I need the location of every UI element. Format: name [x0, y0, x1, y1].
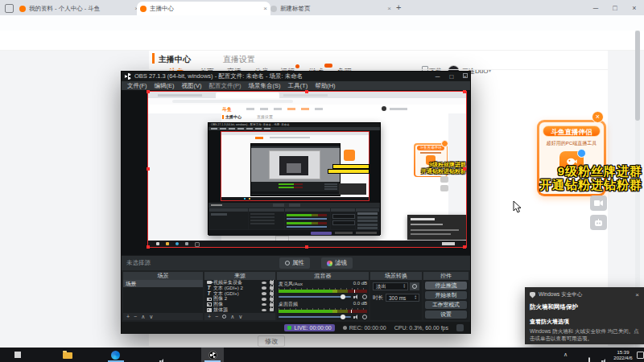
selection-handle[interactable] [147, 245, 150, 249]
filters-button[interactable]: 滤镜 [321, 257, 353, 269]
float-assistant-button[interactable] [590, 215, 607, 230]
transition-select[interactable]: 淡出 ▲▼ [373, 282, 408, 290]
page-tab-anchor-center[interactable]: 主播中心 [159, 54, 191, 65]
visibility-eye-icon[interactable] [262, 286, 266, 290]
visibility-eye-icon[interactable] [262, 282, 266, 285]
source-up-icon[interactable]: ∧ [230, 314, 234, 320]
obs-maximize-button[interactable]: □ [449, 73, 453, 80]
mixer-channel-name: 桌面音频 [279, 301, 298, 308]
start-button[interactable] [14, 352, 21, 358]
tab-close-icon[interactable]: × [387, 5, 391, 12]
speaker-icon[interactable] [353, 315, 360, 319]
speaker-icon[interactable] [353, 294, 360, 299]
rec-time: REC: 00:00:00 [349, 325, 386, 331]
lock-icon[interactable] [270, 308, 274, 311]
windows-security-toast[interactable]: Windows 安全中心 × 防火墙和网络保护 查看防火墙选项 Windows … [525, 287, 644, 344]
channel-settings-gear-icon[interactable] [362, 294, 367, 299]
obs-menu-edit[interactable]: 编辑(E) [155, 82, 175, 90]
mixer-dock-title[interactable]: 混音器 [277, 272, 369, 280]
start-recording-button[interactable]: 开始录制 [425, 291, 467, 299]
obs-menu-profile[interactable]: 配置文件(P) [209, 82, 242, 90]
transitions-dock-title[interactable]: 场景转换 [370, 272, 422, 280]
browser-tab-2-active[interactable]: 主播中心 × [137, 2, 270, 15]
mini-url-pill [172, 100, 293, 103]
selection-handle[interactable] [147, 167, 150, 171]
duration-spinbox[interactable]: 300 ms ▲▼ [386, 294, 419, 302]
browser-tab-3[interactable]: 新建标签页 × [267, 2, 394, 15]
promo-close-button[interactable]: × [592, 111, 604, 123]
float-video-button[interactable] [590, 195, 607, 211]
source-settings-gear-icon[interactable] [222, 315, 226, 319]
stop-streaming-button[interactable]: 停止推流 [425, 282, 467, 290]
edge-browser-icon[interactable] [111, 351, 120, 360]
remove-scene-icon[interactable]: − [134, 314, 137, 319]
source-row[interactable]: 媒体源 [204, 307, 275, 313]
mini-username [390, 108, 407, 110]
volume-slider-handle[interactable] [341, 294, 345, 299]
toast-action-link[interactable]: 查看防火墙选项 [530, 318, 639, 326]
scenes-dock-title[interactable]: 场景 [123, 272, 203, 280]
window-minimize-button[interactable]: ─ [586, 0, 605, 15]
mini-page-tab2: 直播设置 [257, 114, 273, 119]
toast-close-icon[interactable]: × [635, 291, 639, 298]
browser-tab-1[interactable]: 我的资料 - 个人中心 - 斗鱼 × [16, 2, 142, 15]
file-explorer-icon[interactable] [63, 352, 72, 359]
mini3-nav [270, 137, 310, 138]
studio-mode-button[interactable]: 工作室模式 [425, 301, 467, 309]
scene-up-icon[interactable]: ∧ [141, 314, 145, 320]
selection-handle[interactable] [463, 167, 466, 171]
visibility-eye-icon[interactable] [262, 292, 266, 295]
taskbar-clock[interactable]: 15:39 2022/4/6 [610, 350, 636, 362]
add-scene-icon[interactable]: + [126, 314, 130, 319]
mini3-promo [344, 150, 355, 161]
obs-minimize-button[interactable]: ─ [436, 73, 440, 80]
controls-dock-title[interactable]: 控件 [423, 272, 469, 280]
selection-handle[interactable] [305, 90, 308, 93]
volume-slider[interactable] [279, 316, 351, 318]
obs-menu-help[interactable]: 帮助(H) [315, 82, 335, 90]
window-close-button[interactable]: × [625, 0, 644, 15]
scene-item[interactable]: 场景 [123, 280, 203, 287]
obs-menu-view[interactable]: 视图(V) [182, 82, 202, 90]
mini-douyu-logo: 斗鱼 [222, 106, 232, 113]
douyu-favicon [140, 6, 147, 12]
tab-search-icon[interactable] [5, 4, 14, 13]
transition-settings-button[interactable] [410, 282, 419, 290]
mini-promo-title: 斗鱼直播伴侣 [417, 146, 444, 150]
volume-slider[interactable] [279, 296, 351, 298]
obs-titlebar[interactable]: OBS 27.1.3 (64-bit, windows) - 配置文件: 未命名… [122, 72, 470, 81]
mini-overlay-line2: 开通钻粉进钻粉群 [421, 167, 466, 175]
settings-button[interactable]: 设置 [425, 311, 467, 319]
mouse-cursor [513, 200, 522, 214]
sources-dock-title[interactable]: 来源 [204, 272, 275, 280]
visibility-eye-icon[interactable] [262, 303, 266, 306]
selection-handle[interactable] [147, 90, 150, 93]
tray-chevron-up-icon[interactable]: ∧ [564, 352, 568, 358]
window-maximize-button[interactable]: □ [605, 0, 625, 15]
visibility-eye-icon[interactable] [262, 309, 266, 312]
obs-preview-canvas[interactable]: 斗鱼 主播中心 直播设置 [122, 90, 470, 255]
page-tab-live-settings[interactable]: 直播设置 [223, 54, 255, 65]
scene-down-icon[interactable]: ∨ [149, 314, 153, 320]
page-scrollbar-thumb[interactable] [635, 31, 640, 121]
add-source-icon[interactable]: + [208, 314, 211, 319]
obs-menu-scene-collection[interactable]: 场景集合(S) [249, 82, 281, 90]
mini-fab [440, 185, 448, 191]
modify-button[interactable]: 修改 [258, 335, 285, 347]
selection-handle[interactable] [463, 90, 466, 93]
remove-source-icon[interactable]: − [215, 314, 218, 319]
source-down-icon[interactable]: ∨ [238, 314, 242, 320]
visibility-eye-icon[interactable] [262, 298, 266, 301]
channel-settings-gear-icon[interactable] [362, 315, 367, 319]
volume-slider-handle[interactable] [341, 315, 345, 319]
properties-button[interactable]: 属性 [279, 257, 310, 269]
selection-handle[interactable] [305, 245, 308, 249]
tray-chat-icon[interactable] [588, 357, 590, 362]
new-tab-button[interactable]: + [396, 2, 401, 12]
selection-handle[interactable] [463, 245, 466, 249]
scenes-dock: 场景 场景 + − ∧ ∨ [123, 272, 203, 320]
obs-menu-file[interactable]: 文件(F) [127, 82, 147, 90]
cpu-fps-status: CPU: 0.3%, 60.00 fps [394, 325, 448, 331]
obs-menu-tools[interactable]: 工具(T) [288, 82, 308, 90]
action-center-icon[interactable] [637, 352, 644, 359]
